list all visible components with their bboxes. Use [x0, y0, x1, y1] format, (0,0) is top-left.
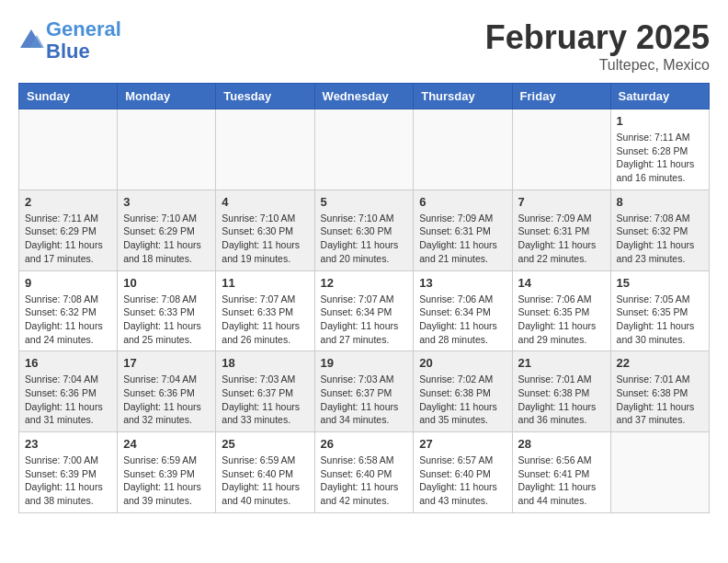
- calendar-day-cell: 8Sunrise: 7:08 AM Sunset: 6:32 PM Daylig…: [610, 190, 709, 270]
- calendar-day-cell: 24Sunrise: 6:59 AM Sunset: 6:39 PM Dayli…: [118, 432, 216, 513]
- calendar-day-cell: 18Sunrise: 7:03 AM Sunset: 6:37 PM Dayli…: [216, 351, 314, 432]
- calendar-day-cell: 2Sunrise: 7:11 AM Sunset: 6:29 PM Daylig…: [19, 190, 118, 270]
- day-number: 17: [123, 356, 210, 370]
- day-info: Sunrise: 7:04 AM Sunset: 6:36 PM Dayligh…: [25, 373, 111, 427]
- day-number: 16: [25, 356, 111, 370]
- day-info: Sunrise: 7:07 AM Sunset: 6:34 PM Dayligh…: [321, 293, 408, 347]
- day-number: 8: [617, 195, 703, 209]
- day-number: 22: [617, 356, 703, 370]
- calendar-day-cell: [414, 109, 512, 190]
- day-info: Sunrise: 7:08 AM Sunset: 6:33 PM Dayligh…: [123, 293, 210, 347]
- weekday-header: Saturday: [610, 84, 709, 109]
- calendar-day-cell: 1Sunrise: 7:11 AM Sunset: 6:28 PM Daylig…: [610, 109, 709, 190]
- day-number: 11: [222, 276, 308, 290]
- day-info: Sunrise: 7:11 AM Sunset: 6:29 PM Dayligh…: [25, 212, 111, 266]
- day-number: 1: [617, 114, 703, 128]
- day-number: 14: [518, 276, 605, 290]
- calendar-week-row: 1Sunrise: 7:11 AM Sunset: 6:28 PM Daylig…: [19, 109, 710, 190]
- day-info: Sunrise: 7:06 AM Sunset: 6:35 PM Dayligh…: [518, 293, 605, 347]
- calendar-day-cell: [314, 109, 414, 190]
- day-number: 3: [123, 195, 210, 209]
- calendar-day-cell: 7Sunrise: 7:09 AM Sunset: 6:31 PM Daylig…: [512, 190, 610, 270]
- day-number: 10: [123, 276, 210, 290]
- calendar-day-cell: 23Sunrise: 7:00 AM Sunset: 6:39 PM Dayli…: [19, 432, 118, 513]
- calendar-day-cell: 10Sunrise: 7:08 AM Sunset: 6:33 PM Dayli…: [118, 270, 216, 351]
- calendar-day-cell: 9Sunrise: 7:08 AM Sunset: 6:32 PM Daylig…: [19, 270, 118, 351]
- calendar-week-row: 9Sunrise: 7:08 AM Sunset: 6:32 PM Daylig…: [19, 270, 710, 351]
- calendar-day-cell: [118, 109, 216, 190]
- day-info: Sunrise: 6:57 AM Sunset: 6:40 PM Dayligh…: [419, 454, 506, 508]
- logo-text: General Blue: [46, 18, 121, 63]
- calendar-day-cell: [216, 109, 314, 190]
- day-info: Sunrise: 7:05 AM Sunset: 6:35 PM Dayligh…: [617, 293, 703, 347]
- logo-general: General: [46, 17, 121, 40]
- day-number: 12: [321, 276, 408, 290]
- calendar-day-cell: 11Sunrise: 7:07 AM Sunset: 6:33 PM Dayli…: [216, 270, 314, 351]
- calendar-day-cell: 6Sunrise: 7:09 AM Sunset: 6:31 PM Daylig…: [414, 190, 512, 270]
- calendar-day-cell: 5Sunrise: 7:10 AM Sunset: 6:30 PM Daylig…: [314, 190, 414, 270]
- day-number: 2: [25, 195, 111, 209]
- day-number: 15: [617, 276, 703, 290]
- day-info: Sunrise: 6:59 AM Sunset: 6:39 PM Dayligh…: [123, 454, 210, 508]
- calendar-day-cell: 20Sunrise: 7:02 AM Sunset: 6:38 PM Dayli…: [414, 351, 512, 432]
- day-number: 25: [222, 437, 308, 451]
- day-number: 6: [419, 195, 506, 209]
- logo-icon: [18, 28, 44, 53]
- day-number: 18: [222, 356, 308, 370]
- calendar-day-cell: 26Sunrise: 6:58 AM Sunset: 6:40 PM Dayli…: [314, 432, 414, 513]
- day-number: 7: [518, 195, 605, 209]
- calendar-day-cell: 14Sunrise: 7:06 AM Sunset: 6:35 PM Dayli…: [512, 270, 610, 351]
- day-info: Sunrise: 7:10 AM Sunset: 6:29 PM Dayligh…: [123, 212, 210, 266]
- calendar-day-cell: 19Sunrise: 7:03 AM Sunset: 6:37 PM Dayli…: [314, 351, 414, 432]
- day-number: 9: [25, 276, 111, 290]
- title-section: February 2025 Tultepec, Mexico: [485, 18, 710, 74]
- weekday-header: Thursday: [414, 84, 512, 109]
- calendar-day-cell: 25Sunrise: 6:59 AM Sunset: 6:40 PM Dayli…: [216, 432, 314, 513]
- day-number: 26: [321, 437, 408, 451]
- calendar-day-cell: 13Sunrise: 7:06 AM Sunset: 6:34 PM Dayli…: [414, 270, 512, 351]
- day-number: 19: [321, 356, 408, 370]
- day-info: Sunrise: 7:10 AM Sunset: 6:30 PM Dayligh…: [321, 212, 408, 266]
- day-info: Sunrise: 7:09 AM Sunset: 6:31 PM Dayligh…: [518, 212, 605, 266]
- calendar-day-cell: 28Sunrise: 6:56 AM Sunset: 6:41 PM Dayli…: [512, 432, 610, 513]
- calendar-day-cell: 21Sunrise: 7:01 AM Sunset: 6:38 PM Dayli…: [512, 351, 610, 432]
- day-info: Sunrise: 7:02 AM Sunset: 6:38 PM Dayligh…: [419, 373, 506, 427]
- calendar-week-row: 16Sunrise: 7:04 AM Sunset: 6:36 PM Dayli…: [19, 351, 710, 432]
- logo: General Blue: [18, 18, 121, 63]
- location-title: Tultepec, Mexico: [485, 57, 710, 74]
- calendar-day-cell: [512, 109, 610, 190]
- calendar-day-cell: 22Sunrise: 7:01 AM Sunset: 6:38 PM Dayli…: [610, 351, 709, 432]
- day-number: 21: [518, 356, 605, 370]
- calendar-day-cell: 12Sunrise: 7:07 AM Sunset: 6:34 PM Dayli…: [314, 270, 414, 351]
- day-number: 24: [123, 437, 210, 451]
- day-info: Sunrise: 7:07 AM Sunset: 6:33 PM Dayligh…: [222, 293, 308, 347]
- calendar-day-cell: 3Sunrise: 7:10 AM Sunset: 6:29 PM Daylig…: [118, 190, 216, 270]
- day-info: Sunrise: 6:59 AM Sunset: 6:40 PM Dayligh…: [222, 454, 308, 508]
- calendar-day-cell: 27Sunrise: 6:57 AM Sunset: 6:40 PM Dayli…: [414, 432, 512, 513]
- day-number: 5: [321, 195, 408, 209]
- day-info: Sunrise: 7:11 AM Sunset: 6:28 PM Dayligh…: [617, 131, 703, 185]
- day-number: 20: [419, 356, 506, 370]
- day-info: Sunrise: 7:00 AM Sunset: 6:39 PM Dayligh…: [25, 454, 111, 508]
- day-info: Sunrise: 7:09 AM Sunset: 6:31 PM Dayligh…: [419, 212, 506, 266]
- weekday-header: Tuesday: [216, 84, 314, 109]
- day-number: 4: [222, 195, 308, 209]
- day-info: Sunrise: 6:58 AM Sunset: 6:40 PM Dayligh…: [321, 454, 408, 508]
- calendar-week-row: 2Sunrise: 7:11 AM Sunset: 6:29 PM Daylig…: [19, 190, 710, 270]
- weekday-header: Wednesday: [314, 84, 414, 109]
- day-info: Sunrise: 7:03 AM Sunset: 6:37 PM Dayligh…: [222, 373, 308, 427]
- calendar-header-row: SundayMondayTuesdayWednesdayThursdayFrid…: [19, 84, 710, 109]
- calendar-day-cell: 16Sunrise: 7:04 AM Sunset: 6:36 PM Dayli…: [19, 351, 118, 432]
- day-info: Sunrise: 7:03 AM Sunset: 6:37 PM Dayligh…: [321, 373, 408, 427]
- logo-blue: Blue: [46, 40, 90, 63]
- calendar-day-cell: [610, 432, 709, 513]
- calendar-day-cell: 4Sunrise: 7:10 AM Sunset: 6:30 PM Daylig…: [216, 190, 314, 270]
- calendar: SundayMondayTuesdayWednesdayThursdayFrid…: [18, 83, 710, 513]
- header: General Blue February 2025 Tultepec, Mex…: [18, 18, 710, 74]
- day-info: Sunrise: 7:08 AM Sunset: 6:32 PM Dayligh…: [25, 293, 111, 347]
- day-info: Sunrise: 7:04 AM Sunset: 6:36 PM Dayligh…: [123, 373, 210, 427]
- day-number: 27: [419, 437, 506, 451]
- day-number: 23: [25, 437, 111, 451]
- calendar-day-cell: 17Sunrise: 7:04 AM Sunset: 6:36 PM Dayli…: [118, 351, 216, 432]
- calendar-day-cell: [19, 109, 118, 190]
